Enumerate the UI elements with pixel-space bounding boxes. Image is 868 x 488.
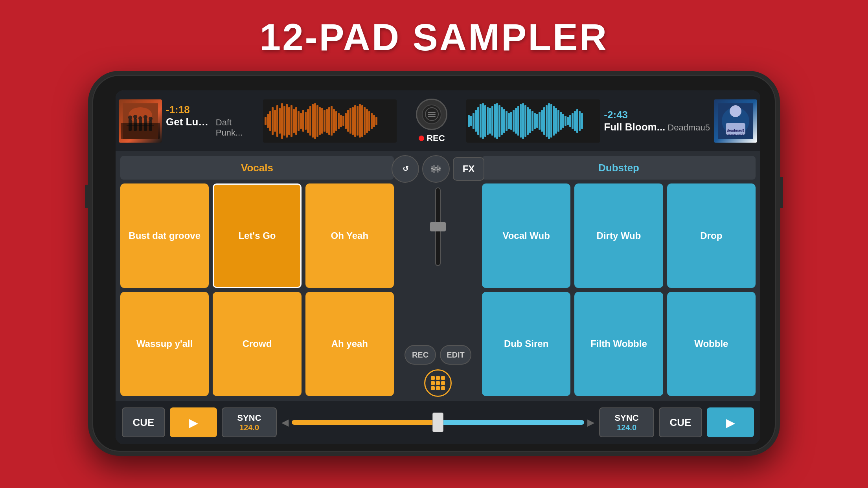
grid-icon xyxy=(431,376,445,390)
crossfader-wrap: ◀ ▶ xyxy=(281,417,594,428)
track-info-left: -1:18 Get Lucky Daft Punk... xyxy=(166,104,259,138)
center-column: ↺ xyxy=(399,151,477,401)
pitch-fader-wrap xyxy=(401,187,475,340)
pad-left-1[interactable]: Bust dat groove xyxy=(120,183,209,288)
svg-rect-3 xyxy=(129,119,132,131)
pad-left-6[interactable]: Ah yeah xyxy=(305,292,394,396)
crossfader-arrow-right: ▶ xyxy=(587,417,594,428)
svg-point-15 xyxy=(730,105,741,117)
pad-left-4[interactable]: Wassup y'all xyxy=(120,292,209,396)
play-button-right[interactable]: ▶ xyxy=(707,407,754,437)
left-category-label: Vocals xyxy=(120,156,394,180)
svg-rect-6 xyxy=(144,119,147,131)
pad-right-5[interactable]: Filth Wobble xyxy=(574,292,663,396)
rec-center-button[interactable]: REC xyxy=(405,345,436,365)
eq-button[interactable] xyxy=(422,155,450,183)
track-name-right: Full Bloom... xyxy=(604,121,665,133)
album-art-right-image: deadmau5 at play vol.3 xyxy=(718,103,753,139)
eq-icon xyxy=(430,163,442,175)
crossfader-thumb[interactable] xyxy=(432,413,443,432)
left-pad-grid: Bust dat groove Let's Go Oh Yeah Wassup … xyxy=(120,183,394,396)
sync-bpm-right: 124.0 xyxy=(617,423,636,432)
fx-button[interactable]: FX xyxy=(453,157,484,181)
pad-right-4[interactable]: Dub Siren xyxy=(482,292,570,396)
center-bottom-buttons: REC EDIT xyxy=(405,345,471,365)
pad-section-right: Dubstep Vocal Wub Dirty Wub Drop Dub Sir… xyxy=(477,151,760,401)
svg-point-12 xyxy=(149,117,153,121)
vinyl-button[interactable] xyxy=(416,99,447,130)
pad-right-2[interactable]: Dirty Wub xyxy=(574,183,663,288)
sync-label-right: SYNC xyxy=(614,413,638,423)
album-art-left xyxy=(119,99,162,143)
pad-right-3[interactable]: Drop xyxy=(667,183,756,288)
page-title: 12-PAD SAMPLER xyxy=(260,16,608,59)
pitch-fader-thumb[interactable] xyxy=(430,222,446,231)
mixer-area: Vocals Bust dat groove Let's Go Oh Yeah … xyxy=(116,151,760,401)
svg-point-9 xyxy=(133,115,137,119)
svg-rect-5 xyxy=(139,120,142,131)
track-time-right: -2:43 xyxy=(604,109,710,121)
top-bar: -1:18 Get Lucky Daft Punk... xyxy=(116,90,760,151)
phone-screen: -1:18 Get Lucky Daft Punk... xyxy=(116,90,760,444)
cue-button-right[interactable]: CUE xyxy=(659,407,702,437)
center-top-controls: REC xyxy=(400,90,463,151)
sync-button-left[interactable]: SYNC 124.0 xyxy=(222,407,277,437)
track-info-right: -2:43 Full Bloom... Deadmau5 xyxy=(604,109,710,133)
svg-rect-4 xyxy=(134,118,137,131)
center-top-buttons: ↺ xyxy=(392,155,484,183)
rec-button[interactable]: REC xyxy=(419,133,445,143)
transport-bar: CUE ▶ SYNC 124.0 ◀ ▶ xyxy=(116,401,760,444)
svg-text:deadmau5: deadmau5 xyxy=(727,128,745,132)
sync-button-right[interactable]: SYNC 124.0 xyxy=(599,407,654,437)
crossfader-fill-left xyxy=(292,420,438,425)
pitch-fader-track[interactable] xyxy=(435,187,441,266)
grid-button[interactable] xyxy=(424,369,452,397)
svg-point-8 xyxy=(128,116,132,119)
phone-device: -1:18 Get Lucky Daft Punk... xyxy=(88,71,780,456)
svg-point-11 xyxy=(143,115,147,119)
track-artist-right: Deadmau5 xyxy=(668,123,710,133)
pad-right-1[interactable]: Vocal Wub xyxy=(482,183,570,288)
phone-side-button-right xyxy=(778,177,783,208)
pad-left-5[interactable]: Crowd xyxy=(213,292,301,396)
svg-rect-2 xyxy=(127,125,154,126)
sync-label-left: SYNC xyxy=(237,413,261,423)
album-art-left-image xyxy=(123,103,158,139)
track-right: -2:43 Full Bloom... Deadmau5 deadmau5 xyxy=(463,90,760,151)
track-left: -1:18 Get Lucky Daft Punk... xyxy=(116,90,400,151)
svg-rect-7 xyxy=(149,120,152,131)
crossfader-fill-right xyxy=(438,420,584,425)
pad-right-6[interactable]: Wobble xyxy=(667,292,756,396)
sync-bpm-left: 124.0 xyxy=(239,423,259,432)
right-category-label: Dubstep xyxy=(482,156,756,180)
loop-button[interactable]: ↺ xyxy=(392,155,419,183)
rec-label: REC xyxy=(427,133,445,143)
pad-section-left: Vocals Bust dat groove Let's Go Oh Yeah … xyxy=(116,151,399,401)
phone-body: -1:18 Get Lucky Daft Punk... xyxy=(88,71,780,456)
waveform-right xyxy=(466,99,600,143)
waveform-left xyxy=(263,99,397,143)
rec-indicator xyxy=(419,136,424,141)
crossfader-arrow-left: ◀ xyxy=(281,417,289,428)
right-pad-grid: Vocal Wub Dirty Wub Drop Dub Siren Filth… xyxy=(482,183,756,396)
play-button-left[interactable]: ▶ xyxy=(170,407,217,437)
svg-text:at play vol.3: at play vol.3 xyxy=(728,133,743,136)
pad-left-3[interactable]: Oh Yeah xyxy=(305,183,394,288)
cue-button-left[interactable]: CUE xyxy=(122,407,165,437)
track-artist-left: Daft Punk... xyxy=(216,117,259,138)
phone-side-button-left xyxy=(85,185,90,208)
album-art-right: deadmau5 at play vol.3 xyxy=(714,99,757,143)
pad-left-2[interactable]: Let's Go xyxy=(213,183,301,288)
track-name-left: Get Lucky xyxy=(166,116,213,128)
track-time-left: -1:18 xyxy=(166,104,259,116)
edit-button[interactable]: EDIT xyxy=(440,345,471,365)
svg-point-10 xyxy=(138,116,142,120)
crossfader-track[interactable] xyxy=(292,420,584,425)
